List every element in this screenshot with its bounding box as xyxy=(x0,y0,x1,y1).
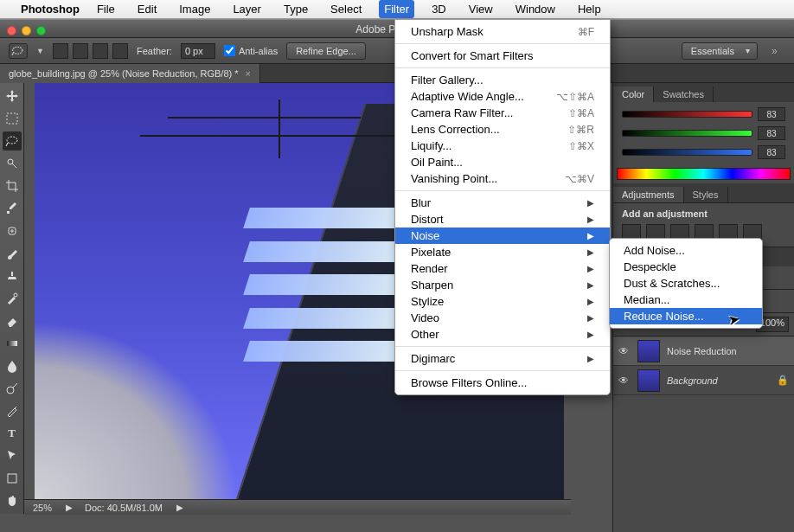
app-name[interactable]: Photoshop xyxy=(21,3,80,16)
filter-camera-raw[interactable]: Camera Raw Filter...⇧⌘A xyxy=(395,105,610,121)
filter-adaptive-wide-angle[interactable]: Adaptive Wide Angle...⌥⇧⌘A xyxy=(395,88,610,105)
filter-sharpen-submenu[interactable]: Sharpen▶ xyxy=(395,277,610,293)
menu-filter[interactable]: Filter xyxy=(379,0,414,18)
new-selection-button[interactable] xyxy=(53,43,68,59)
filter-blur-submenu[interactable]: Blur▶ xyxy=(395,195,610,211)
layer-name[interactable]: Background xyxy=(667,375,718,386)
menu-file[interactable]: File xyxy=(92,0,120,18)
blue-slider[interactable] xyxy=(622,149,752,156)
eraser-tool[interactable] xyxy=(3,311,22,330)
filter-lens-correction[interactable]: Lens Correction...⇧⌘R xyxy=(395,121,610,138)
filter-pixelate-submenu[interactable]: Pixelate▶ xyxy=(395,244,610,260)
close-window-button[interactable] xyxy=(7,26,16,35)
filter-browse-online[interactable]: Browse Filters Online... xyxy=(395,375,610,391)
brush-tool[interactable] xyxy=(3,244,22,263)
workspace-selector[interactable]: Essentials xyxy=(682,42,758,60)
menu-view[interactable]: View xyxy=(464,0,498,18)
layer-row[interactable]: 👁 Noise Reduction xyxy=(613,337,794,366)
marquee-tool[interactable] xyxy=(3,109,22,128)
filter-video-submenu[interactable]: Video▶ xyxy=(395,310,610,326)
layer-name[interactable]: Noise Reduction xyxy=(667,346,737,356)
filter-stylize-submenu[interactable]: Stylize▶ xyxy=(395,293,610,310)
hand-tool[interactable] xyxy=(3,491,22,510)
adjustments-tab[interactable]: Adjustments xyxy=(613,187,684,202)
healing-tool[interactable] xyxy=(3,221,22,240)
document-tab[interactable]: globe_building.jpg @ 25% (Noise Reductio… xyxy=(0,64,260,83)
filter-other-submenu[interactable]: Other▶ xyxy=(395,326,610,343)
close-tab-icon[interactable]: × xyxy=(246,68,251,79)
green-slider[interactable] xyxy=(622,130,752,137)
blue-value[interactable]: 83 xyxy=(758,145,785,159)
add-selection-button[interactable] xyxy=(73,43,88,59)
tool-preset-icon[interactable] xyxy=(9,43,28,59)
visibility-icon[interactable]: 👁 xyxy=(618,375,631,387)
menu-3d[interactable]: 3D xyxy=(426,0,451,18)
path-select-tool[interactable] xyxy=(3,446,22,465)
zoom-window-button[interactable] xyxy=(36,26,46,35)
noise-add[interactable]: Add Noise... xyxy=(610,242,762,259)
lasso-tool[interactable] xyxy=(3,131,22,151)
minimize-window-button[interactable] xyxy=(22,26,31,35)
menu-window[interactable]: Window xyxy=(510,0,560,18)
noise-despeckle[interactable]: Despeckle xyxy=(610,259,762,275)
layer-row[interactable]: 👁 Background 🔒 xyxy=(613,366,794,395)
move-tool[interactable] xyxy=(3,87,22,106)
swatches-tab[interactable]: Swatches xyxy=(654,87,714,102)
layer-thumb[interactable] xyxy=(637,369,660,392)
color-tab[interactable]: Color xyxy=(613,87,654,102)
filter-vanishing-point[interactable]: Vanishing Point...⌥⌘V xyxy=(395,170,610,187)
shape-tool[interactable] xyxy=(3,469,22,488)
noise-dust-scratches[interactable]: Dust & Scratches... xyxy=(610,275,762,292)
menu-help[interactable]: Help xyxy=(573,0,606,18)
visibility-icon[interactable]: 👁 xyxy=(618,345,631,357)
filter-render-submenu[interactable]: Render▶ xyxy=(395,260,610,277)
noise-median[interactable]: Median... xyxy=(610,292,762,308)
pen-tool[interactable] xyxy=(3,401,22,420)
filter-last[interactable]: Unsharp Mask⌘F xyxy=(395,23,610,40)
zoom-level[interactable]: 25% xyxy=(33,503,52,513)
dropdown-arrow-icon[interactable]: ▼ xyxy=(36,47,44,55)
eyedropper-tool[interactable] xyxy=(3,199,22,218)
green-value[interactable]: 83 xyxy=(758,126,785,140)
clone-stamp-tool[interactable] xyxy=(3,266,22,285)
window-buttons xyxy=(7,26,46,35)
red-value[interactable]: 83 xyxy=(758,107,785,121)
antialias-check-input[interactable] xyxy=(224,45,235,56)
menu-layer[interactable]: Layer xyxy=(227,0,266,18)
feather-input[interactable] xyxy=(181,43,215,59)
crop-tool[interactable] xyxy=(3,176,22,195)
filter-liquify[interactable]: Liquify...⇧⌘X xyxy=(395,138,610,154)
menu-edit[interactable]: Edit xyxy=(132,0,162,18)
blur-tool[interactable] xyxy=(3,356,22,375)
layer-list: 👁 Noise Reduction 👁 Background 🔒 xyxy=(613,337,794,395)
styles-tab[interactable]: Styles xyxy=(684,187,728,202)
svg-point-0 xyxy=(13,47,22,54)
noise-submenu: Add Noise... Despeckle Dust & Scratches.… xyxy=(609,238,763,329)
filter-convert-smart[interactable]: Convert for Smart Filters xyxy=(395,48,610,64)
gradient-tool[interactable] xyxy=(3,334,22,353)
selection-mode-group xyxy=(53,43,128,59)
intersect-selection-button[interactable] xyxy=(112,43,128,59)
color-spectrum[interactable] xyxy=(617,168,791,180)
history-brush-tool[interactable] xyxy=(3,289,22,308)
menu-image[interactable]: Image xyxy=(174,0,215,18)
zoom-dropdown-icon[interactable]: ▶ xyxy=(66,503,73,512)
quick-select-tool[interactable] xyxy=(3,154,22,173)
expand-panels-icon[interactable]: » xyxy=(772,45,785,57)
subtract-selection-button[interactable] xyxy=(93,43,108,59)
type-tool[interactable]: T xyxy=(3,424,22,443)
dodge-tool[interactable] xyxy=(3,379,22,398)
menu-select[interactable]: Select xyxy=(325,0,367,18)
doc-size[interactable]: Doc: 40.5M/81.0M xyxy=(85,503,163,513)
refine-edge-button[interactable]: Refine Edge... xyxy=(286,42,366,60)
filter-distort-submenu[interactable]: Distort▶ xyxy=(395,211,610,228)
docinfo-dropdown-icon[interactable]: ▶ xyxy=(176,503,183,512)
red-slider[interactable] xyxy=(622,111,752,118)
antialias-checkbox[interactable]: Anti-alias xyxy=(224,45,278,56)
filter-gallery[interactable]: Filter Gallery... xyxy=(395,72,610,88)
filter-digimarc-submenu[interactable]: Digimarc▶ xyxy=(395,350,610,367)
filter-oil-paint[interactable]: Oil Paint... xyxy=(395,154,610,170)
layer-thumb[interactable] xyxy=(637,340,660,362)
filter-noise-submenu[interactable]: Noise▶ xyxy=(395,228,610,244)
menu-type[interactable]: Type xyxy=(279,0,313,18)
